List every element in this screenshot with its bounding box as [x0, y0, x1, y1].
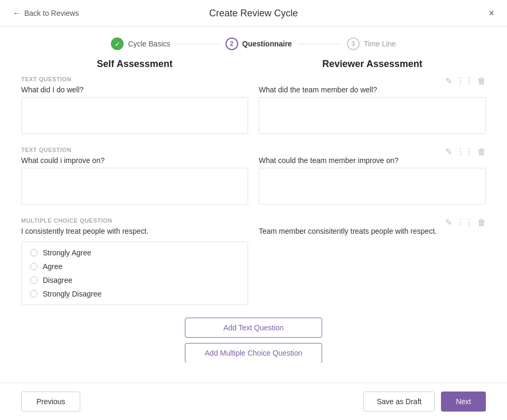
delete-icon-3[interactable]: 🗑	[477, 218, 486, 227]
mc-radio-1[interactable]	[30, 249, 37, 256]
self-answer-1[interactable]	[21, 97, 248, 134]
delete-icon-2[interactable]: 🗑	[477, 147, 486, 157]
mc-option-label-4: Strongly Disagree	[43, 290, 101, 298]
mc-radio-2[interactable]	[30, 263, 37, 270]
mc-options-3: Strongly Agree Agree Disagree Strongly D…	[21, 242, 248, 305]
step-line-1	[177, 44, 219, 44]
question-type-label-3: MULTIPLE CHOICE QUESTION	[21, 217, 112, 224]
page-title: Create Review Cycle	[209, 8, 298, 19]
back-link[interactable]: ← Back to Reviews	[13, 8, 79, 18]
edit-icon-3[interactable]: ✎	[445, 217, 452, 227]
back-label: Back to Reviews	[24, 9, 79, 17]
step-timeline[interactable]: 3 Time Line	[347, 37, 396, 50]
step-circle-3: 3	[347, 37, 360, 50]
question-actions-3: ✎ ⋮⋮ 🗑	[445, 217, 486, 227]
save-draft-button[interactable]: Save as Draft	[363, 392, 435, 412]
question-row-3: I consistently treat people with respect…	[21, 227, 486, 305]
steps-nav: ✓ Cycle Basics 2 Questionnaire 3 Time Li…	[0, 27, 507, 59]
step-line-2	[298, 44, 341, 44]
reviewer-question-1: What did the team member do well?	[259, 85, 486, 94]
add-text-question-button[interactable]: Add Text Question	[185, 318, 322, 338]
reviewer-assessment-header: Reviewer Assessment	[259, 59, 486, 70]
question-type-label-2: TEXT QUESTION	[21, 147, 71, 153]
mc-option-label-3: Disagree	[43, 276, 72, 284]
add-mc-question-button[interactable]: Add Multiple Choice Question	[185, 343, 322, 362]
header: ← Back to Reviews Create Review Cycle ×	[0, 0, 507, 27]
footer-left: Previous	[21, 392, 80, 412]
edit-icon-1[interactable]: ✎	[445, 76, 452, 86]
question-block-2: TEXT QUESTION ✎ ⋮⋮ 🗑 What could i improv…	[21, 147, 486, 205]
footer: Previous Save as Draft Next	[0, 383, 507, 420]
reviewer-col-2: What could the team member improve on?	[259, 156, 486, 205]
step-label-2: Questionnaire	[242, 40, 292, 48]
self-question-1: What did I do well?	[21, 85, 248, 94]
step-label-3: Time Line	[364, 40, 396, 48]
reviewer-question-3: Team member consisitently treats people …	[259, 227, 486, 235]
step-circle-2: 2	[226, 37, 238, 50]
column-headers: Self Assessment Reviewer Assessment	[21, 59, 486, 70]
self-col-2: What could i improve on?	[21, 156, 248, 205]
back-arrow-icon: ←	[13, 8, 21, 18]
add-question-buttons: Add Text Question Add Multiple Choice Qu…	[21, 318, 486, 362]
question-block-1: TEXT QUESTION ✎ ⋮⋮ 🗑 What did I do well?…	[21, 76, 486, 134]
question-row-2: What could i improve on? What could the …	[21, 156, 486, 205]
self-question-2: What could i improve on?	[21, 156, 248, 165]
reviewer-col-3: Team member consisitently treats people …	[259, 227, 486, 305]
reviewer-col-1: What did the team member do well?	[259, 85, 486, 134]
mc-option-1: Strongly Agree	[30, 249, 239, 257]
question-actions-2: ✎ ⋮⋮ 🗑	[445, 147, 486, 157]
mc-option-2: Agree	[30, 262, 239, 271]
question-actions-1: ✎ ⋮⋮ 🗑	[445, 76, 486, 86]
step-questionnaire[interactable]: 2 Questionnaire	[226, 37, 292, 50]
close-icon[interactable]: ×	[489, 8, 494, 18]
reviewer-answer-1[interactable]	[259, 97, 486, 134]
mc-radio-4[interactable]	[30, 290, 37, 298]
mc-option-4: Strongly Disagree	[30, 290, 239, 298]
question-row-1: What did I do well? What did the team me…	[21, 85, 486, 134]
mc-option-label-2: Agree	[43, 262, 62, 271]
step-cycle-basics[interactable]: ✓ Cycle Basics	[111, 37, 170, 50]
drag-icon-1[interactable]: ⋮⋮	[456, 76, 473, 86]
mc-radio-3[interactable]	[30, 276, 37, 284]
main-content: Self Assessment Reviewer Assessment TEXT…	[0, 59, 507, 362]
question-type-label-1: TEXT QUESTION	[21, 76, 71, 82]
drag-icon-3[interactable]: ⋮⋮	[456, 217, 473, 227]
self-col-3: I consistently treat people with respect…	[21, 227, 248, 305]
previous-button[interactable]: Previous	[21, 392, 80, 412]
self-answer-2[interactable]	[21, 168, 248, 205]
mc-option-3: Disagree	[30, 276, 239, 284]
drag-icon-2[interactable]: ⋮⋮	[456, 147, 473, 157]
self-assessment-header: Self Assessment	[21, 59, 248, 70]
self-question-3: I consistently treat people with respect…	[21, 227, 248, 235]
delete-icon-1[interactable]: 🗑	[477, 77, 486, 86]
footer-right: Save as Draft Next	[363, 392, 486, 412]
mc-option-label-1: Strongly Agree	[43, 249, 91, 257]
reviewer-question-2: What could the team member improve on?	[259, 156, 486, 165]
step-circle-1: ✓	[111, 37, 124, 50]
next-button[interactable]: Next	[441, 392, 486, 412]
self-col-1: What did I do well?	[21, 85, 248, 134]
question-block-3: MULTIPLE CHOICE QUESTION ✎ ⋮⋮ 🗑 I consis…	[21, 217, 486, 305]
step-label-1: Cycle Basics	[128, 40, 170, 48]
edit-icon-2[interactable]: ✎	[445, 147, 452, 157]
reviewer-answer-2[interactable]	[259, 168, 486, 205]
